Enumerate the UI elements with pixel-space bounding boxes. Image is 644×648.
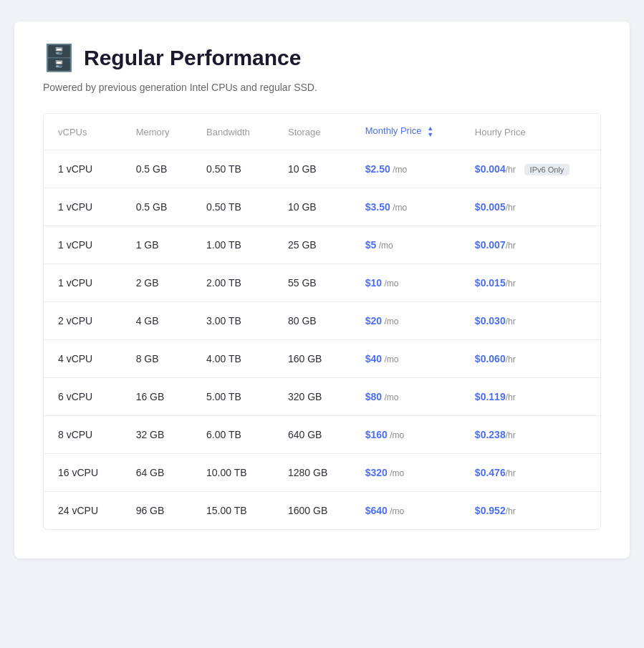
- cell-vcpus: 6 vCPU: [44, 378, 122, 416]
- cell-bandwidth: 4.00 TB: [192, 340, 274, 378]
- cell-vcpus: 1 vCPU: [44, 226, 122, 264]
- pricing-table-wrapper: vCPUs Memory Bandwidth Storage Monthly P…: [43, 113, 601, 530]
- cell-hourly-price: $0.952/hr: [461, 492, 600, 530]
- cell-memory: 96 GB: [122, 492, 192, 530]
- page-header: 🗄️ Regular Performance: [43, 43, 601, 73]
- cell-storage: 640 GB: [274, 416, 351, 454]
- cell-monthly-price: $2.50 /mo: [351, 150, 461, 188]
- cell-storage: 160 GB: [274, 340, 351, 378]
- cell-vcpus: 24 vCPU: [44, 492, 122, 530]
- table-row[interactable]: 4 vCPU 8 GB 4.00 TB 160 GB $40 /mo $0.06…: [44, 340, 600, 378]
- cell-memory: 64 GB: [122, 454, 192, 492]
- cell-bandwidth: 10.00 TB: [192, 454, 274, 492]
- cell-hourly-price: $0.015/hr: [461, 264, 600, 302]
- cell-vcpus: 1 vCPU: [44, 264, 122, 302]
- col-memory: Memory: [122, 114, 192, 150]
- cell-storage: 1600 GB: [274, 492, 351, 530]
- cell-bandwidth: 6.00 TB: [192, 416, 274, 454]
- pricing-table: vCPUs Memory Bandwidth Storage Monthly P…: [44, 114, 600, 529]
- cell-memory: 32 GB: [122, 416, 192, 454]
- table-row[interactable]: 1 vCPU 2 GB 2.00 TB 55 GB $10 /mo $0.015…: [44, 264, 600, 302]
- table-row[interactable]: 8 vCPU 32 GB 6.00 TB 640 GB $160 /mo $0.…: [44, 416, 600, 454]
- table-row[interactable]: 1 vCPU 1 GB 1.00 TB 25 GB $5 /mo $0.007/…: [44, 226, 600, 264]
- cell-bandwidth: 3.00 TB: [192, 302, 274, 340]
- cell-memory: 0.5 GB: [122, 150, 192, 188]
- cell-storage: 55 GB: [274, 264, 351, 302]
- cell-hourly-price: $0.007/hr: [461, 226, 600, 264]
- cell-storage: 10 GB: [274, 188, 351, 226]
- cell-storage: 10 GB: [274, 150, 351, 188]
- cell-vcpus: 1 vCPU: [44, 188, 122, 226]
- cell-monthly-price: $80 /mo: [351, 378, 461, 416]
- cell-vcpus: 1 vCPU: [44, 150, 122, 188]
- cell-monthly-price: $10 /mo: [351, 264, 461, 302]
- cell-bandwidth: 2.00 TB: [192, 264, 274, 302]
- table-row[interactable]: 2 vCPU 4 GB 3.00 TB 80 GB $20 /mo $0.030…: [44, 302, 600, 340]
- table-row[interactable]: 24 vCPU 96 GB 15.00 TB 1600 GB $640 /mo …: [44, 492, 600, 530]
- sort-icons: ▲▼: [427, 125, 433, 138]
- ipv6-badge: IPv6 Only: [524, 164, 570, 175]
- cell-hourly-price: $0.005/hr: [461, 188, 600, 226]
- page-subtitle: Powered by previous generation Intel CPU…: [43, 82, 601, 93]
- cell-vcpus: 2 vCPU: [44, 302, 122, 340]
- database-icon: 🗄️: [43, 43, 75, 73]
- cell-storage: 80 GB: [274, 302, 351, 340]
- cell-hourly-price: $0.119/hr: [461, 378, 600, 416]
- table-row[interactable]: 16 vCPU 64 GB 10.00 TB 1280 GB $320 /mo …: [44, 454, 600, 492]
- cell-hourly-price: $0.476/hr: [461, 454, 600, 492]
- page-container: 🗄️ Regular Performance Powered by previo…: [14, 21, 630, 558]
- cell-vcpus: 16 vCPU: [44, 454, 122, 492]
- col-hourly-price: Hourly Price: [461, 114, 600, 150]
- cell-memory: 16 GB: [122, 378, 192, 416]
- col-monthly-price[interactable]: Monthly Price ▲▼: [351, 114, 461, 150]
- cell-bandwidth: 1.00 TB: [192, 226, 274, 264]
- cell-bandwidth: 5.00 TB: [192, 378, 274, 416]
- cell-hourly-price: $0.060/hr: [461, 340, 600, 378]
- cell-hourly-price: $0.238/hr: [461, 416, 600, 454]
- table-header-row: vCPUs Memory Bandwidth Storage Monthly P…: [44, 114, 600, 150]
- cell-memory: 4 GB: [122, 302, 192, 340]
- col-bandwidth: Bandwidth: [192, 114, 274, 150]
- cell-memory: 8 GB: [122, 340, 192, 378]
- cell-hourly-price: $0.004/hr IPv6 Only: [461, 150, 600, 188]
- cell-vcpus: 8 vCPU: [44, 416, 122, 454]
- cell-monthly-price: $40 /mo: [351, 340, 461, 378]
- cell-bandwidth: 0.50 TB: [192, 150, 274, 188]
- table-row[interactable]: 6 vCPU 16 GB 5.00 TB 320 GB $80 /mo $0.1…: [44, 378, 600, 416]
- table-row[interactable]: 1 vCPU 0.5 GB 0.50 TB 10 GB $2.50 /mo $0…: [44, 150, 600, 188]
- cell-monthly-price: $5 /mo: [351, 226, 461, 264]
- cell-monthly-price: $640 /mo: [351, 492, 461, 530]
- cell-vcpus: 4 vCPU: [44, 340, 122, 378]
- cell-bandwidth: 15.00 TB: [192, 492, 274, 530]
- cell-monthly-price: $160 /mo: [351, 416, 461, 454]
- col-vcpus: vCPUs: [44, 114, 122, 150]
- table-row[interactable]: 1 vCPU 0.5 GB 0.50 TB 10 GB $3.50 /mo $0…: [44, 188, 600, 226]
- col-storage: Storage: [274, 114, 351, 150]
- cell-memory: 0.5 GB: [122, 188, 192, 226]
- cell-hourly-price: $0.030/hr: [461, 302, 600, 340]
- page-title: Regular Performance: [84, 46, 301, 70]
- cell-monthly-price: $20 /mo: [351, 302, 461, 340]
- cell-storage: 320 GB: [274, 378, 351, 416]
- cell-memory: 2 GB: [122, 264, 192, 302]
- cell-memory: 1 GB: [122, 226, 192, 264]
- cell-storage: 25 GB: [274, 226, 351, 264]
- cell-monthly-price: $3.50 /mo: [351, 188, 461, 226]
- cell-monthly-price: $320 /mo: [351, 454, 461, 492]
- cell-bandwidth: 0.50 TB: [192, 188, 274, 226]
- cell-storage: 1280 GB: [274, 454, 351, 492]
